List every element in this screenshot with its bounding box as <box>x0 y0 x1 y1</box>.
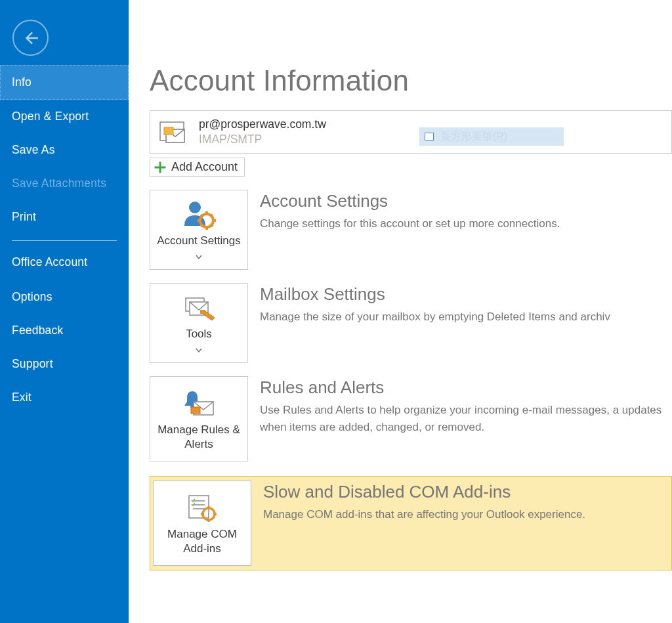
section-desc: Change settings for this account or set … <box>260 215 672 232</box>
svg-point-3 <box>189 202 201 213</box>
sidebar-item-print[interactable]: Print <box>0 200 129 234</box>
sidebar-item-info[interactable]: Info <box>0 65 129 100</box>
account-highlight-text: 長方形美版(R) <box>440 130 507 144</box>
sidebar-item-office-account[interactable]: Office Account <box>0 245 129 280</box>
section-rules-alerts: Manage Rules & Alerts Rules and Alerts U… <box>150 370 672 468</box>
plus-icon <box>154 161 166 173</box>
svg-rect-18 <box>191 407 200 414</box>
page-title: Account Information <box>150 64 672 97</box>
section-title: Rules and Alerts <box>260 377 672 398</box>
svg-line-12 <box>211 215 213 217</box>
svg-rect-15 <box>200 310 205 314</box>
account-type: IMAP/SMTP <box>199 133 326 146</box>
rectangle-marker-icon <box>425 133 434 140</box>
sidebar-item-feedback[interactable]: Feedback <box>0 314 129 347</box>
rules-alerts-icon <box>179 387 219 419</box>
section-desc: Manage COM add-ins that are affecting yo… <box>263 506 671 523</box>
svg-rect-19 <box>189 496 209 518</box>
sidebar-item-exit[interactable]: Exit <box>0 381 129 414</box>
section-mailbox-settings: Tools Mailbox Settings Manage the size o… <box>150 276 672 370</box>
tile-label: Tools <box>186 327 212 341</box>
svg-line-9 <box>201 215 203 217</box>
account-email: pr@prosperwave.com.tw <box>199 118 326 131</box>
tile-tools[interactable]: Tools <box>150 283 248 363</box>
account-settings-icon <box>179 198 219 230</box>
tile-label: Account Settings <box>157 234 241 248</box>
account-icon <box>156 116 190 148</box>
section-desc: Use Rules and Alerts to help organize yo… <box>260 402 672 435</box>
svg-line-10 <box>211 225 213 226</box>
section-account-settings: Account Settings Account Settings Change… <box>150 183 672 276</box>
svg-rect-2 <box>164 127 173 135</box>
section-title: Account Settings <box>260 191 672 211</box>
tile-manage-com-addins[interactable]: Manage COM Add-ins <box>153 481 251 566</box>
section-title: Slow and Disabled COM Add-ins <box>263 482 671 502</box>
chevron-down-icon <box>196 251 202 263</box>
tile-label: Manage Rules & Alerts <box>154 423 243 452</box>
section-com-addins: Manage COM Add-ins Slow and Disabled COM… <box>150 476 672 570</box>
section-title: Mailbox Settings <box>260 284 672 305</box>
tile-manage-rules-alerts[interactable]: Manage Rules & Alerts <box>150 376 248 462</box>
back-arrow-icon <box>22 30 39 47</box>
add-account-label: Add Account <box>171 160 238 174</box>
main-content: Account Information pr@prosperwave.com.t… <box>129 0 672 623</box>
sidebar-item-support[interactable]: Support <box>0 347 129 381</box>
account-selector[interactable]: pr@prosperwave.com.tw IMAP/SMTP 長方形美版(R) <box>150 110 672 154</box>
tile-account-settings[interactable]: Account Settings <box>150 190 248 270</box>
sidebar-item-save-as[interactable]: Save As <box>0 133 129 167</box>
com-addins-icon <box>182 492 222 523</box>
back-button[interactable] <box>12 20 49 56</box>
chevron-down-icon <box>196 344 202 356</box>
tools-icon <box>179 291 219 323</box>
section-desc: Manage the size of your mailbox by empty… <box>260 309 672 326</box>
account-highlight-overlay: 長方形美版(R) <box>419 127 564 146</box>
sidebar-item-save-attachments: Save Attachments <box>0 167 129 200</box>
sidebar-separator <box>12 240 117 241</box>
sidebar-item-open-export[interactable]: Open & Export <box>0 100 129 133</box>
add-account-button[interactable]: Add Account <box>150 158 245 177</box>
tile-label: Manage COM Add-ins <box>158 527 247 556</box>
sidebar: Info Open & Export Save As Save Attachme… <box>0 0 129 623</box>
svg-line-11 <box>201 225 203 226</box>
sidebar-item-options[interactable]: Options <box>0 280 129 314</box>
